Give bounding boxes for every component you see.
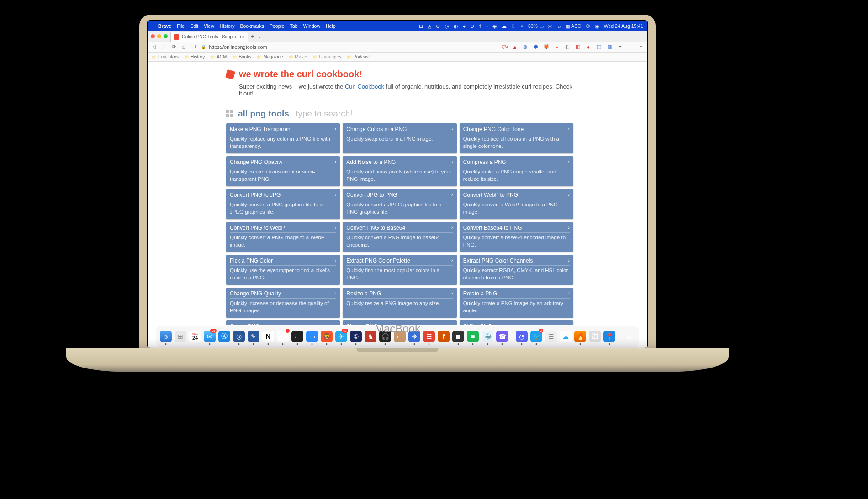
dock-spotify[interactable]: ≡ [467, 331, 479, 342]
dock-discord[interactable]: ◔ [516, 331, 528, 342]
dock-app-pin[interactable]: 📍 [603, 331, 615, 342]
tool-card[interactable]: Crop a PNGQuickly crop a PNG image.› [226, 320, 340, 325]
ext-8[interactable]: ⬚ [596, 44, 602, 50]
menu-edit[interactable]: Edit [190, 23, 198, 29]
menubar-clock[interactable]: Wed 24 Aug 15:41 [604, 23, 643, 29]
tool-card[interactable]: Rotate a PNGQuickly rotate a PNG image b… [460, 288, 573, 318]
dock-app-dark[interactable]: ◼ [452, 331, 464, 342]
ext-6[interactable]: ◧ [575, 44, 581, 50]
tool-card[interactable]: Change PNG OpacityQuickly create a trans… [226, 156, 340, 186]
statusicon-11[interactable]: ☁ [502, 23, 507, 29]
dock-todoist[interactable]: ☰ [423, 331, 435, 342]
bookmark-folder[interactable]: Languages [312, 54, 342, 59]
bookmark-folder[interactable]: Books [232, 54, 251, 59]
dock-brave[interactable]: 🦁 [321, 331, 333, 342]
ext-1[interactable]: ◍ [522, 44, 529, 50]
ext-7[interactable]: ♦ [585, 44, 592, 50]
tool-card[interactable]: Resize a PNGQuickly resize a PNG image t… [343, 288, 456, 318]
maximize-window-button[interactable] [164, 34, 168, 38]
dock-twitter[interactable]: 🐦2 [530, 331, 542, 342]
dock-app-lines[interactable]: ☰ [545, 331, 557, 342]
dock-telegram[interactable]: ✈67 [335, 331, 347, 342]
dock-terminal[interactable]: ›_ [291, 331, 303, 342]
ext-4[interactable]: ⌄ [554, 44, 560, 50]
dock-notion[interactable]: N [262, 331, 274, 342]
forward-button[interactable]: ▷ [161, 44, 166, 50]
statusicon-5[interactable]: ◐ [454, 23, 458, 29]
ext-2[interactable]: ⬢ [533, 44, 539, 50]
dock-slack[interactable]: ✻• [277, 331, 289, 342]
close-window-button[interactable] [151, 34, 155, 38]
dock-calendar[interactable]: AUG24 [189, 331, 201, 342]
bookmark-folder[interactable]: History [184, 54, 205, 59]
home-button[interactable]: ⌂ [181, 44, 186, 50]
dock-docker[interactable]: 🐳 [482, 331, 493, 342]
tool-card[interactable]: Convert JPG to PNGQuickly convert a JPEG… [343, 189, 456, 219]
tool-card[interactable]: Convert PNG to WebPQuickly convert a PNG… [226, 222, 340, 252]
battery-indicator[interactable]: 63% ▭ [528, 23, 544, 29]
bookmark-button[interactable]: ☐ [191, 44, 196, 50]
bluetooth-icon[interactable]: ᚼ [520, 23, 524, 29]
curl-cookbook-link[interactable]: Curl Cookbook [345, 83, 384, 90]
brave-shields-icon[interactable]: 🛡3 [501, 44, 508, 50]
statusicon-8[interactable]: ⚕ [479, 23, 482, 29]
dock-mail[interactable]: ✉21 [204, 331, 216, 342]
dock-app-f[interactable]: f [438, 331, 450, 342]
tool-card[interactable]: Convert WebP to PNGQuickly convert a Web… [460, 189, 573, 219]
tool-card[interactable]: Make a PNG TransparentQuickly replace an… [226, 123, 340, 153]
tool-card[interactable]: Pick a PNG ColorQuickly use the eyedropp… [226, 255, 340, 285]
dock-launchpad[interactable]: ⊞ [175, 331, 186, 342]
menu-window[interactable]: Window [303, 23, 320, 29]
statusicon-9[interactable]: • [486, 23, 488, 29]
menubar-app-name[interactable]: Brave [158, 23, 171, 29]
statusicon-1[interactable]: ⊞ [419, 23, 423, 29]
dock-app-pencil[interactable]: ✎ [248, 331, 259, 342]
extensions-button[interactable]: ✦ [617, 44, 623, 50]
tab-dropdown-button[interactable]: ⌄ [257, 33, 265, 39]
statusicon-2[interactable]: ◬ [428, 23, 431, 29]
control-center-icon[interactable]: ⚙ [586, 23, 590, 29]
dock-trash[interactable]: 🗑 [623, 331, 635, 342]
ext-3[interactable]: 🦊 [543, 44, 550, 50]
bookmark-folder[interactable]: Magazine [257, 54, 283, 59]
bookmark-folder[interactable]: Podcast [347, 54, 370, 59]
ext-5[interactable]: ◐ [564, 44, 571, 50]
tools-search-input[interactable]: type to search! [296, 109, 353, 119]
statusicon-12[interactable]: ☾ [511, 23, 516, 29]
dock-app-cloud[interactable]: ☁ [560, 331, 572, 342]
search-icon[interactable]: ⌕ [558, 23, 561, 29]
app-menu-button[interactable]: ≡ [638, 44, 644, 50]
tool-card[interactable]: Shift a PNGQuickly shift a PNG and swap … [460, 320, 573, 325]
profile-button[interactable]: ☐ [627, 44, 634, 50]
statusicon-10[interactable]: ◉ [492, 23, 497, 29]
dock-appstore[interactable]: Ⓐ [218, 331, 230, 342]
dock-firefox[interactable]: 🔥 [574, 331, 586, 342]
statusicon-4[interactable]: ◎ [445, 23, 449, 29]
bookmark-folder[interactable]: Emulators [152, 54, 179, 59]
brave-rewards-icon[interactable]: ▲ [512, 44, 518, 50]
ext-9[interactable]: ▦ [606, 44, 613, 50]
dock-viber[interactable]: ☎ [496, 331, 508, 342]
minimize-window-button[interactable] [157, 34, 161, 38]
tool-card[interactable]: Change Colors in a PNGQuickly swap color… [343, 123, 456, 153]
statusicon-6[interactable]: ● [463, 23, 466, 29]
tool-card[interactable]: Convert Base64 to PNGQuickly convert a b… [460, 222, 573, 252]
bookmark-folder[interactable]: Music [289, 54, 307, 59]
bookmark-folder[interactable]: ACM [210, 54, 227, 59]
tool-card[interactable]: Change PNG Color ToneQuickly replace all… [460, 123, 573, 153]
tool-card[interactable]: Extract PNG Color PaletteQuickly find th… [343, 255, 456, 285]
tool-card[interactable]: Compress a PNGQuickly make a PNG image s… [460, 156, 573, 186]
new-tab-button[interactable]: + [248, 32, 257, 41]
tool-card[interactable]: Add Noise to a PNGQuickly add noisy pixe… [343, 156, 456, 186]
back-button[interactable]: ◁ [151, 44, 156, 50]
menu-people[interactable]: People [270, 23, 285, 29]
tool-card[interactable]: Change PNG QualityQuickly increase or de… [226, 288, 340, 318]
menu-help[interactable]: Help [326, 23, 336, 29]
dock-1password[interactable]: ① [350, 331, 362, 342]
tool-card[interactable]: Convert PNG to JPGQuickly convert a PNG … [226, 189, 340, 219]
menu-history[interactable]: History [220, 23, 235, 29]
browser-tab[interactable]: Online PNG Tools - Simple, fre × [170, 32, 248, 42]
menu-file[interactable]: File [177, 23, 185, 29]
menu-bookmarks[interactable]: Bookmarks [240, 23, 264, 29]
dock-app-blue[interactable]: ◎ [233, 331, 245, 342]
